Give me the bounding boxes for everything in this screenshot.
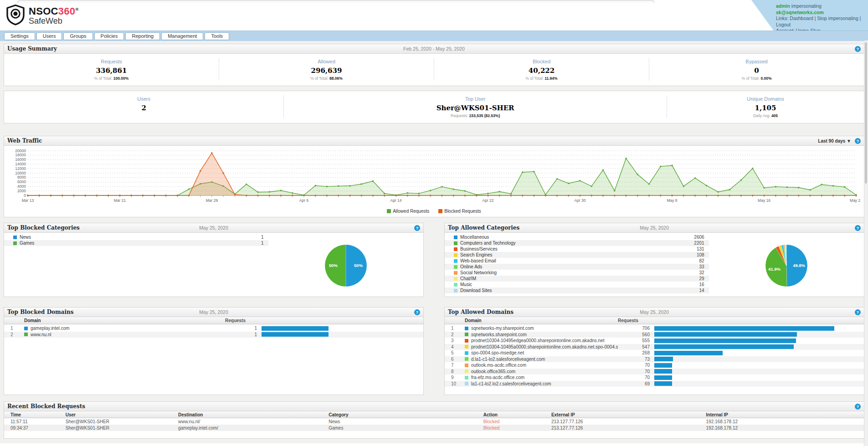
svg-text:May 8: May 8 (667, 198, 677, 203)
category-value: 29 (699, 276, 704, 281)
category-row-search-engines[interactable]: Search Engines 108 (445, 252, 709, 258)
category-label: Chat/IM (460, 276, 476, 281)
chart-legend: Allowed RequestsBlocked Requests (4, 207, 864, 217)
domain-rank: 3 (445, 338, 465, 343)
legend-label: Blocked Requests (444, 209, 481, 214)
domain-row-prodnet10304-10495a0000-sharepointonline-com-akadns-net-spo-0004-spo-msedge-net[interactable]: 4 prodnet10304-10495a0000.sharepointonli… (445, 344, 864, 350)
links-label: Links: (776, 15, 788, 21)
panel-title: Top Allowed Domains (448, 309, 514, 315)
table-column-headers: Domain Requests (445, 317, 864, 324)
tab-settings[interactable]: Settings (4, 32, 35, 40)
category-label: Business/Services (460, 246, 498, 251)
panel-title: Top Blocked Domains (7, 309, 74, 315)
svg-text:6000: 6000 (17, 179, 26, 184)
category-color-swatch (13, 241, 17, 245)
domain-rank: 9 (445, 375, 465, 380)
date-range: Feb 25, 2020 - May 25, 2020 (4, 46, 864, 51)
cell-user: Sher@WKS01-SHER (59, 425, 172, 431)
impersonating-text: impersonating (791, 3, 822, 9)
requests-bar (262, 326, 329, 331)
help-icon[interactable]: ? (855, 404, 861, 410)
domain-color-swatch (465, 376, 468, 379)
top-allowed-domains-header: Top Allowed Domains May 25, 2020 ? (445, 308, 864, 317)
app-header: NSOC360® SafeWeb admin impersonating sk@… (0, 0, 868, 31)
svg-text:Apr 30: Apr 30 (574, 198, 586, 203)
cell-category: Games (322, 425, 477, 431)
column-header-category: Category (322, 412, 477, 417)
category-label: Miscellaneous (460, 235, 489, 240)
category-color-swatch (454, 277, 457, 281)
domain-rank: 1 (4, 326, 24, 331)
category-label: Games (20, 241, 34, 246)
category-row-news[interactable]: News 1 (4, 234, 268, 240)
domain-requests: 547 (618, 344, 654, 349)
help-icon[interactable]: ? (855, 309, 861, 315)
help-icon[interactable]: ? (855, 225, 861, 231)
panel-title: Top Allowed Categories (448, 225, 519, 231)
link-dashboard[interactable]: Dashboard (790, 15, 813, 21)
domain-color-swatch (465, 339, 468, 343)
category-row-miscellaneous[interactable]: Miscellaneous 2606 (445, 234, 709, 240)
web-traffic-chart: 0200040006000800010000120001400016000180… (8, 148, 860, 205)
link-stop-impersonating[interactable]: Stop impersonating (817, 15, 858, 21)
help-icon[interactable]: ? (855, 138, 861, 144)
domain-name: www.nu.nl (31, 332, 51, 337)
scrollbar-thumb[interactable] (865, 42, 867, 184)
tab-policies[interactable]: Policies (94, 32, 124, 40)
tab-users[interactable]: Users (36, 32, 62, 40)
stat-label: Unique Domains (667, 96, 864, 102)
category-row-web-based-email[interactable]: Web-based Email 82 (445, 258, 709, 264)
time-range-dropdown[interactable]: Last 90 days ▼ (818, 138, 851, 144)
stat-label: Requests (4, 59, 219, 64)
help-icon[interactable]: ? (414, 309, 420, 315)
table-column-headers: TimeUserDestinationCategoryActionExterna… (4, 411, 864, 418)
category-row-online-ads[interactable]: Online Ads 33 (445, 264, 709, 270)
domain-row-spo-0004-spo-msedge-net[interactable]: 5 spo-0004.spo-msedge.net 268 (445, 350, 864, 356)
domain-rank: 6 (445, 357, 465, 362)
link-logout[interactable]: Logout (776, 22, 791, 27)
domain-row-la1-c1-lo2-lo2-r-salesforceliveagent-com[interactable]: 10 la1-c1-lo2.lo2.r.salesforceliveagent.… (445, 381, 864, 387)
tab-groups[interactable]: Groups (63, 32, 92, 40)
category-row-computers-and-technology[interactable]: Computers and Technology 2201 (445, 240, 709, 246)
category-color-swatch (454, 236, 457, 239)
help-icon[interactable]: ? (855, 46, 861, 52)
category-row-music[interactable]: Music 16 (445, 282, 709, 287)
usage-summary-secondary-panel: Users 2 Top User Sher@WKS01-SHER Request… (4, 91, 864, 123)
stat-subtext (4, 113, 283, 118)
domain-name: prodnet10304-10495a0000.sharepointonline… (471, 344, 618, 349)
domain-row-sqnetworks-sharepoint-com[interactable]: 2 sqnetworks.sharepoint.com 560 (445, 332, 864, 338)
category-row-games[interactable]: Games 1 (4, 240, 268, 246)
panel-title: Top Blocked Categories (7, 225, 80, 231)
domain-row-outlook-office365-com[interactable]: 8 outlook.office365.com 70 (445, 369, 864, 375)
domain-row-fra-efz-ms-acdc-office-com[interactable]: 9 fra-efz.ms-acdc.office.com 70 (445, 374, 864, 381)
cell-internal-ip: 192.168.178.12 (700, 419, 864, 424)
panel-title: Usage Summary (7, 46, 57, 52)
category-row-chat-im[interactable]: Chat/IM 29 (445, 276, 709, 282)
domain-row-gameplay-intel-com[interactable]: 1 gameplay.intel.com 1 (4, 325, 423, 332)
domain-row-www-nu-nl[interactable]: 2 www.nu.nl 1 (4, 332, 423, 338)
top-blocked-domains-header: Top Blocked Domains May 25, 2020 ? (4, 308, 423, 317)
requests-bar (654, 326, 834, 331)
svg-text:0: 0 (24, 193, 26, 198)
cell-destination: gameplay.intel.com/ (172, 425, 322, 431)
requests-bar (654, 357, 673, 361)
help-icon[interactable]: ? (414, 225, 420, 231)
stat-subtext: Requests: 233,535 (82.53%) (284, 113, 667, 118)
domain-row-d-la1-c1-lo2-salesforceliveagent-com[interactable]: 6 d.la1-c1-lo2.salesforceliveagent.com 7… (445, 356, 864, 363)
category-row-download-sites[interactable]: Download Sites 14 (445, 287, 709, 293)
category-row-social-networking[interactable]: Social Networking 32 (445, 270, 709, 276)
top-blocked-categories-panel: Top Blocked Categories May 25, 2020 ? Ne… (4, 223, 424, 297)
domain-row-outlook-ms-acdc-office-com[interactable]: 7 outlook.ms-acdc.office.com 70 (445, 362, 864, 369)
vertical-scrollbar[interactable] (864, 41, 868, 446)
stat-value: Sher@WKS01-SHER (284, 104, 667, 112)
requests-bar (654, 375, 672, 380)
domain-row-prodnet10304-10495edgea0000-sharepointonline-com-akadns-net[interactable]: 3 prodnet10304-10495edgea0000.sharepoint… (445, 338, 864, 344)
tab-management[interactable]: Management (161, 32, 203, 40)
web-traffic-chart-area: 0200040006000800010000120001400016000180… (4, 146, 864, 207)
domain-name: spo-0004.spo-msedge.net (471, 350, 524, 355)
cell-time: 09:34:37 (4, 425, 59, 431)
domain-row-sqnetworks-my-sharepoint-com[interactable]: 1 sqnetworks-my.sharepoint.com 706 (445, 325, 864, 332)
tab-reporting[interactable]: Reporting (125, 32, 160, 40)
category-row-business-services[interactable]: Business/Services 131 (445, 246, 709, 252)
tab-tools[interactable]: Tools (205, 32, 229, 40)
